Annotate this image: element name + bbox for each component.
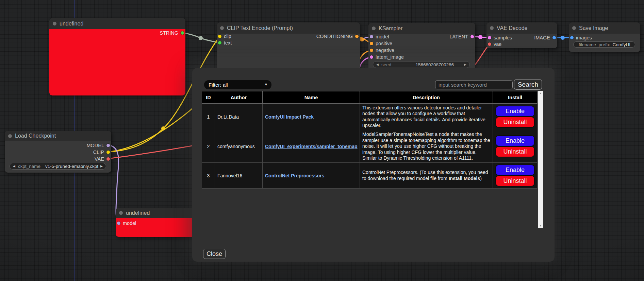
latent-slot-dot[interactable] <box>370 55 373 59</box>
images-slot-dot[interactable] <box>570 36 574 39</box>
collapse-dot-icon[interactable] <box>572 26 576 30</box>
collapse-dot-icon[interactable] <box>8 134 12 138</box>
model-slot-dot[interactable] <box>370 35 373 38</box>
extension-link[interactable]: ComfyUI_experiments/sampler_tonemap <box>265 144 358 149</box>
latent-out-slot-dot[interactable] <box>470 35 474 38</box>
node-title: CLIP Text Encode (Prompt) <box>227 25 293 31</box>
col-header-author: Author <box>215 91 263 104</box>
node-title-bar[interactable]: VAE Decode <box>486 22 557 34</box>
node-undefined-bottom[interactable]: undefined model <box>116 208 204 237</box>
table-row: 1 Dr.Lt.Data ComfyUI Impact Pack This ex… <box>202 104 538 130</box>
uninstall-button[interactable]: Uninstall <box>496 117 534 127</box>
output-slot-conditioning[interactable]: CONDITIONING <box>316 33 359 39</box>
filename-prefix-widget[interactable]: filename_prefix ComfyUI <box>573 41 635 48</box>
decrement-arrow-icon[interactable]: ◀ <box>13 165 15 168</box>
model-slot-dot[interactable] <box>117 222 120 225</box>
node-load-checkpoint[interactable]: Load Checkpoint MODEL CLIP VAE ◀ ckpt_na… <box>5 131 111 173</box>
slot-label: MODEL <box>86 143 104 148</box>
output-slot-string[interactable]: STRING <box>160 30 184 36</box>
table-row: 3 Fannovel16 ControlNet Preprocessors Co… <box>202 163 538 189</box>
close-button[interactable]: Close <box>203 249 226 259</box>
vae-out-slot-dot[interactable] <box>106 157 110 161</box>
vae-slot-dot[interactable] <box>488 42 491 46</box>
input-slot-negative[interactable]: negative <box>370 47 394 53</box>
input-slot-clip[interactable]: clip <box>218 33 231 39</box>
input-slot-text[interactable]: text <box>218 39 232 46</box>
node-title: undefined <box>60 21 83 27</box>
output-slot-clip[interactable]: CLIP <box>93 149 110 155</box>
output-slot-image[interactable]: IMAGE <box>534 34 556 41</box>
extension-table-container: ID Author Name Description Install 1 Dr.… <box>202 91 543 228</box>
model-out-slot-dot[interactable] <box>106 144 110 147</box>
increment-arrow-icon[interactable]: ▶ <box>464 63 466 66</box>
collapse-dot-icon[interactable] <box>53 22 56 25</box>
cell-install: Enable Uninstall <box>493 130 538 163</box>
slot-label: positive <box>376 41 392 46</box>
extension-link[interactable]: ControlNet Preprocessors <box>265 173 324 178</box>
desc-text: ModelSamplerTonemapNoiseTest a node that… <box>362 131 490 160</box>
output-slot-model[interactable]: MODEL <box>86 142 110 148</box>
enable-button[interactable]: Enable <box>496 165 534 175</box>
input-slot-model[interactable]: model <box>117 220 136 226</box>
node-vae-decode[interactable]: VAE Decode samples vae IMAGE <box>486 22 557 48</box>
node-ksampler[interactable]: KSampler model positive negative latent_… <box>368 23 475 72</box>
cell-description: ControlNet Preprocessors. (To use this e… <box>360 163 493 189</box>
image-slot-dot[interactable] <box>552 36 556 39</box>
clip-out-slot-dot[interactable] <box>106 151 110 154</box>
samples-slot-dot[interactable] <box>488 36 491 39</box>
search-button[interactable]: Search <box>514 79 542 90</box>
table-scrollbar[interactable]: ▲ ▼ <box>538 91 543 228</box>
filter-select[interactable]: Filter: all <box>204 80 271 89</box>
uninstall-button[interactable]: Uninstall <box>496 147 534 157</box>
node-undefined-top[interactable]: undefined STRING <box>49 18 185 95</box>
output-slot-vae[interactable]: VAE <box>95 156 110 162</box>
node-clip-text-encode[interactable]: CLIP Text Encode (Prompt) clip text COND… <box>217 22 360 70</box>
scroll-down-icon[interactable]: ▼ <box>539 225 542 227</box>
node-title-bar[interactable]: undefined <box>116 208 204 218</box>
input-slot-vae[interactable]: vae <box>488 41 501 47</box>
ckpt-name-widget[interactable]: ◀ ckpt_name v1-5-pruned-emaonly.ckpt ▶ <box>10 163 106 170</box>
scroll-up-icon[interactable]: ▲ <box>539 92 542 95</box>
node-title: Save Image <box>579 25 608 31</box>
collapse-dot-icon[interactable] <box>372 27 376 30</box>
slot-label: LATENT <box>449 34 468 39</box>
node-title-bar[interactable]: CLIP Text Encode (Prompt) <box>217 22 360 34</box>
desc-text: ) <box>480 176 482 181</box>
string-slot-dot[interactable] <box>181 31 184 35</box>
cell-description: This extension offers various detector n… <box>360 104 493 130</box>
slot-label: negative <box>376 48 394 53</box>
uninstall-button[interactable]: Uninstall <box>496 176 534 186</box>
input-slot-latent-image[interactable]: latent_image <box>370 54 404 60</box>
clip-slot-dot[interactable] <box>218 35 221 38</box>
input-slot-model[interactable]: model <box>370 33 389 40</box>
decrement-arrow-icon[interactable]: ◀ <box>376 63 379 66</box>
node-save-image[interactable]: Save Image images filename_prefix ComfyU… <box>569 22 640 52</box>
node-title-bar[interactable]: Load Checkpoint <box>5 131 111 141</box>
input-slot-images[interactable]: images <box>570 34 592 41</box>
search-input[interactable] <box>435 80 513 89</box>
enable-button[interactable]: Enable <box>496 136 534 146</box>
collapse-dot-icon[interactable] <box>119 211 123 215</box>
node-title-bar[interactable]: KSampler <box>368 23 475 34</box>
cell-id: 3 <box>202 163 215 189</box>
comfyui-canvas[interactable]: undefined STRING CLIP Text Encode (Promp… <box>0 0 644 281</box>
link-dot-latent <box>478 35 482 39</box>
text-slot-dot[interactable] <box>218 41 221 45</box>
conditioning-slot-dot[interactable] <box>355 35 359 38</box>
node-title-bar[interactable]: Save Image <box>569 22 640 34</box>
collapse-dot-icon[interactable] <box>220 26 224 30</box>
cell-description: ModelSamplerTonemapNoiseTest a node that… <box>360 130 493 163</box>
input-slot-positive[interactable]: positive <box>370 40 392 47</box>
output-slot-latent[interactable]: LATENT <box>449 33 474 40</box>
negative-slot-dot[interactable] <box>370 49 373 52</box>
slot-label: CLIP <box>93 150 104 155</box>
collapse-dot-icon[interactable] <box>490 26 494 30</box>
positive-slot-dot[interactable] <box>370 42 373 45</box>
widget-value: 156680208700286 <box>415 62 454 67</box>
seed-widget[interactable]: ◀ seed 156680208700286 ▶ <box>373 61 470 68</box>
node-title-bar[interactable]: undefined <box>49 18 185 29</box>
input-slot-samples[interactable]: samples <box>488 34 512 41</box>
extension-link[interactable]: ComfyUI Impact Pack <box>265 114 314 120</box>
increment-arrow-icon[interactable]: ▶ <box>100 165 103 168</box>
enable-button[interactable]: Enable <box>496 106 534 116</box>
